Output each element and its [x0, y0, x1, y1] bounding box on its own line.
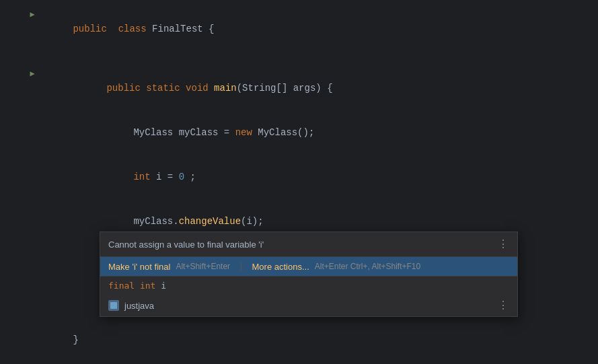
popup-actions-row: Make 'i' not final Alt+Shift+Enter | Mor…	[100, 257, 517, 276]
make-not-final-shortcut: Alt+Shift+Enter	[176, 262, 230, 271]
line-content-1: public class FinalTest {	[39, 7, 591, 51]
popup-separator: |	[238, 261, 244, 272]
error-message-text: Cannot assign a value to final variable …	[108, 240, 264, 250]
popup-type-text: final int i	[108, 281, 166, 291]
arrow-3[interactable]: ▶	[27, 67, 38, 81]
code-line-5: ▶ int i = 0 ;	[0, 155, 598, 199]
kw-public: public	[73, 24, 106, 34]
quick-fix-popup: Cannot assign a value to final variable …	[100, 231, 518, 317]
make-not-final-action[interactable]: Make 'i' not final	[108, 262, 170, 272]
code-line-3: ▶ public static void main(String[] args)…	[0, 66, 598, 110]
line-content-10: }	[39, 318, 591, 362]
line-content-3: public static void main(String[] args) {	[39, 66, 591, 110]
line-content-5: int i = 0 ;	[39, 155, 591, 199]
package-icon-inner	[110, 302, 117, 309]
package-icon	[108, 300, 119, 311]
more-actions-label[interactable]: More actions...	[252, 262, 309, 272]
more-actions-shortcut: Alt+Enter Ctrl+, Alt+Shift+F10	[315, 262, 420, 271]
popup-package-row: justjava ⋮	[100, 295, 517, 316]
package-menu-dots[interactable]: ⋮	[498, 299, 509, 312]
code-line-10: ▶ }	[0, 318, 598, 362]
code-line-4: ▶ MyClass myClass = new MyClass();	[0, 110, 598, 155]
error-message-row: Cannot assign a value to final variable …	[100, 232, 517, 257]
code-line-1: ▶ public class FinalTest {	[0, 7, 598, 51]
package-name: justjava	[124, 301, 154, 311]
code-line-blank1	[0, 51, 598, 66]
popup-type-row: final int i	[100, 276, 517, 295]
popup-menu-dots[interactable]: ⋮	[498, 238, 509, 251]
line-content-4: MyClass myClass = new MyClass();	[39, 110, 591, 155]
popup-package-left: justjava	[108, 300, 154, 311]
arrow-1[interactable]: ▶	[27, 7, 38, 22]
